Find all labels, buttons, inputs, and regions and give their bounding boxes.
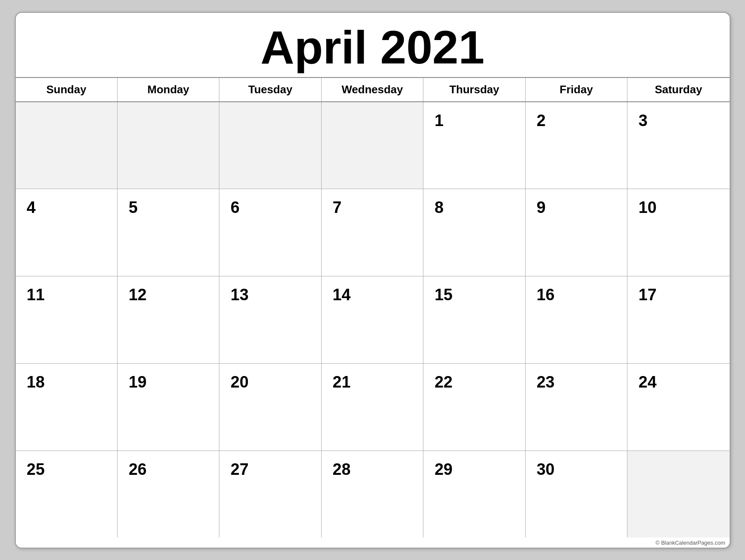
- day-number: 2: [532, 107, 546, 130]
- day-cell: 5: [118, 189, 219, 276]
- day-cell: 12: [118, 276, 219, 363]
- day-number: 11: [23, 281, 45, 304]
- day-number: 13: [226, 281, 248, 304]
- week-row-2: 45678910: [16, 189, 730, 276]
- calendar-title: April 2021: [16, 13, 730, 77]
- day-number: 16: [532, 281, 555, 304]
- week-row-3: 11121314151617: [16, 276, 730, 364]
- watermark: © BlankCalendarPages.com: [16, 538, 730, 548]
- day-number: 9: [532, 194, 546, 217]
- day-header-saturday: Saturday: [627, 78, 729, 101]
- day-number: 17: [634, 281, 656, 304]
- day-header-sunday: Sunday: [16, 78, 118, 101]
- day-number: 23: [532, 369, 555, 391]
- day-number: 18: [23, 369, 45, 391]
- day-cell: 23: [526, 364, 627, 451]
- day-number: 21: [328, 369, 351, 391]
- day-headers: SundayMondayTuesdayWednesdayThursdayFrid…: [16, 78, 730, 102]
- day-number: 28: [328, 456, 351, 479]
- week-row-1: 123: [16, 102, 730, 190]
- day-cell: 15: [423, 276, 525, 363]
- day-cell: 9: [526, 189, 627, 276]
- day-cell: 25: [16, 451, 118, 538]
- day-number: 6: [226, 194, 239, 217]
- day-cell: 4: [16, 189, 118, 276]
- day-cell: 24: [627, 364, 729, 451]
- day-cell: 10: [627, 189, 729, 276]
- day-cell: [16, 102, 118, 189]
- day-number: 8: [430, 194, 443, 217]
- day-cell: 13: [219, 276, 321, 363]
- calendar-grid: SundayMondayTuesdayWednesdayThursdayFrid…: [16, 77, 730, 538]
- day-header-wednesday: Wednesday: [322, 78, 423, 101]
- day-cell: 14: [322, 276, 423, 363]
- day-number: 27: [226, 456, 248, 479]
- day-number: 25: [23, 456, 45, 479]
- day-header-tuesday: Tuesday: [219, 78, 321, 101]
- day-cell: 1: [423, 102, 525, 189]
- day-number: 3: [634, 107, 647, 130]
- week-row-4: 18192021222324: [16, 364, 730, 451]
- day-cell: 17: [627, 276, 729, 363]
- day-number: 24: [634, 369, 656, 391]
- day-number: 7: [328, 194, 342, 217]
- day-cell: 21: [322, 364, 423, 451]
- day-cell: [118, 102, 219, 189]
- day-cell: 7: [322, 189, 423, 276]
- day-cell: 11: [16, 276, 118, 363]
- day-cell: 28: [322, 451, 423, 538]
- day-number: 19: [124, 369, 147, 391]
- day-number: 30: [532, 456, 555, 479]
- day-cell: 16: [526, 276, 627, 363]
- day-cell: 19: [118, 364, 219, 451]
- weeks-container: 1234567891011121314151617181920212223242…: [16, 102, 730, 538]
- day-cell: [322, 102, 423, 189]
- day-cell: 26: [118, 451, 219, 538]
- day-cell: 8: [423, 189, 525, 276]
- day-cell: 30: [526, 451, 627, 538]
- day-number: 14: [328, 281, 351, 304]
- day-number: 26: [124, 456, 147, 479]
- day-cell: 29: [423, 451, 525, 538]
- day-cell: 3: [627, 102, 729, 189]
- day-cell: 18: [16, 364, 118, 451]
- day-cell: 27: [219, 451, 321, 538]
- day-cell: [627, 451, 729, 538]
- day-cell: [219, 102, 321, 189]
- day-number: 4: [23, 194, 36, 217]
- day-number: 10: [634, 194, 656, 217]
- day-cell: 6: [219, 189, 321, 276]
- day-number: 1: [430, 107, 443, 130]
- day-header-thursday: Thursday: [423, 78, 525, 101]
- day-number: 15: [430, 281, 452, 304]
- day-number: 22: [430, 369, 452, 391]
- day-number: 12: [124, 281, 147, 304]
- day-cell: 2: [526, 102, 627, 189]
- calendar-container: April 2021 SundayMondayTuesdayWednesdayT…: [15, 12, 731, 549]
- week-row-5: 252627282930: [16, 451, 730, 538]
- day-number: 29: [430, 456, 452, 479]
- day-number: 20: [226, 369, 248, 391]
- day-cell: 22: [423, 364, 525, 451]
- day-header-monday: Monday: [118, 78, 219, 101]
- day-header-friday: Friday: [526, 78, 627, 101]
- day-number: 5: [124, 194, 138, 217]
- day-cell: 20: [219, 364, 321, 451]
